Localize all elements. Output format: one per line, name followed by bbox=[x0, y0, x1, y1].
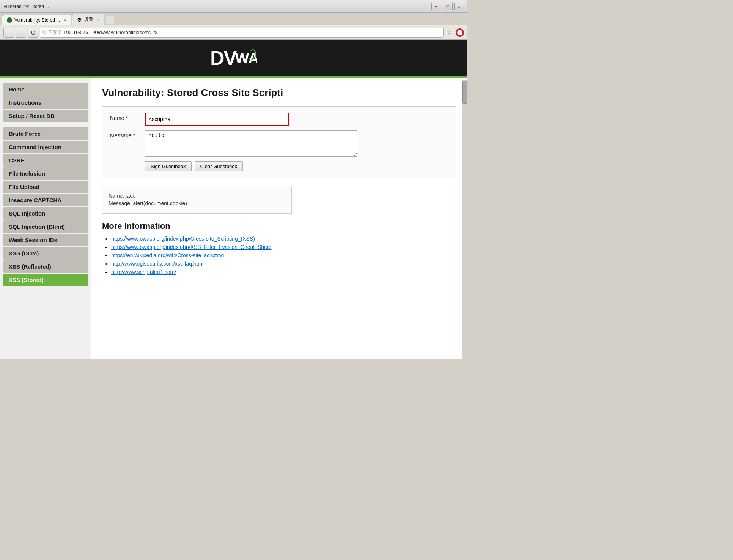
sidebar-item-xss-reflected[interactable]: XSS (Reflected) bbox=[3, 260, 88, 273]
list-item: http://www.scriptalert1.com/ bbox=[111, 269, 456, 275]
list-item: https://www.owasp.org/index.php/XSS_Filt… bbox=[111, 244, 456, 250]
refresh-button[interactable]: C bbox=[28, 28, 38, 38]
dvwa-letters: DV bbox=[210, 47, 236, 69]
form-buttons: Sign Guestbook Clear Guestbook bbox=[145, 161, 448, 171]
sign-guestbook-button[interactable]: Sign Guestbook bbox=[145, 161, 192, 171]
tab-settings[interactable]: ⚙ 设置 × bbox=[72, 14, 104, 25]
sidebar-item-instructions[interactable]: Instructions bbox=[3, 96, 88, 109]
page-title: Vulnerability: Stored Cross Site Scripti bbox=[102, 87, 456, 99]
sidebar-item-brute-force[interactable]: Brute Force bbox=[3, 127, 88, 140]
guestbook-form: Name * Message * hello Sign Guestbook Cl… bbox=[102, 106, 456, 178]
vertical-scrollbar[interactable] bbox=[462, 80, 467, 364]
dvwa-header: DV WA bbox=[0, 40, 467, 78]
extension-icon bbox=[457, 30, 462, 35]
window-title: Vulnerability: Stored ... bbox=[3, 4, 49, 9]
main-wrapper: DV WA Home Instructions Setup / Res bbox=[0, 40, 467, 364]
info-link-3[interactable]: https://en.wikipedia.org/wiki/Cross-site… bbox=[111, 252, 224, 258]
message-textarea[interactable]: hello bbox=[145, 130, 357, 157]
close-window-button[interactable]: × bbox=[454, 3, 464, 10]
sidebar-item-xss-stored[interactable]: XSS (Stored) bbox=[3, 274, 88, 286]
tab-label-2: 设置 bbox=[84, 16, 93, 23]
info-links: https://www.owasp.org/index.php/Cross-si… bbox=[102, 236, 456, 275]
title-bar: Vulnerability: Stored ... − □ × bbox=[0, 0, 467, 13]
back-button[interactable]: ← bbox=[3, 28, 14, 38]
sidebar-item-csrf[interactable]: CSRF bbox=[3, 154, 88, 167]
name-label: Name * bbox=[110, 113, 140, 121]
dvwa-swoosh: WA bbox=[234, 47, 257, 69]
sidebar-item-insecure-captcha[interactable]: Insecure CAPTCHA bbox=[3, 194, 88, 206]
maximize-button[interactable]: □ bbox=[443, 3, 453, 10]
message-row: Message * hello bbox=[110, 130, 448, 157]
tab-close-1[interactable]: × bbox=[64, 18, 66, 22]
list-item: https://www.owasp.org/index.php/Cross-si… bbox=[111, 236, 456, 242]
tab-close-2[interactable]: × bbox=[97, 17, 99, 22]
page-content: DV WA Home Instructions Setup / Res bbox=[0, 40, 467, 364]
bookmark-button[interactable]: ☆ bbox=[445, 28, 454, 37]
info-link-4[interactable]: http://www.cgisecurity.com/xss-faq.html bbox=[111, 261, 203, 267]
extension-button[interactable] bbox=[456, 28, 464, 37]
tab-vulnerability[interactable]: Vulnerability: Stored ... × bbox=[2, 15, 71, 25]
gear-icon: ⚙ bbox=[77, 17, 82, 23]
guestbook-entry: Name: jack Message: alert(document.cooki… bbox=[102, 187, 292, 214]
name-row: Name * bbox=[110, 113, 448, 126]
message-label: Message * bbox=[110, 130, 140, 138]
tab-favicon-1 bbox=[7, 17, 12, 23]
tab-label-1: Vulnerability: Stored ... bbox=[14, 17, 60, 23]
sidebar-item-weak-session-ids[interactable]: Weak Session IDs bbox=[3, 234, 88, 246]
info-link-2[interactable]: https://www.owasp.org/index.php/XSS_Filt… bbox=[111, 244, 272, 250]
name-input[interactable] bbox=[145, 113, 289, 126]
toolbar: ← → C ① 不安全 192.168.75.100/dvwa/vulnerab… bbox=[0, 25, 467, 40]
sidebar-item-sql-injection-blind[interactable]: SQL Injection (Blind) bbox=[3, 220, 88, 233]
sidebar-item-file-upload[interactable]: File Upload bbox=[3, 181, 88, 193]
dvwa-logo: DV WA bbox=[0, 47, 467, 69]
info-link-5[interactable]: http://www.scriptalert1.com/ bbox=[111, 269, 176, 275]
scrollbar-thumb[interactable] bbox=[462, 81, 467, 104]
security-indicator: ① 不安全 bbox=[42, 29, 62, 36]
sidebar-item-file-inclusion[interactable]: File Inclusion bbox=[3, 167, 88, 180]
window-controls: − □ × bbox=[431, 3, 464, 10]
tab-bar: Vulnerability: Stored ... × ⚙ 设置 × bbox=[0, 13, 467, 25]
forward-button[interactable]: → bbox=[16, 28, 26, 38]
list-item: https://en.wikipedia.org/wiki/Cross-site… bbox=[111, 252, 456, 258]
sidebar-item-sql-injection[interactable]: SQL Injection bbox=[3, 207, 88, 220]
content-area: Home Instructions Setup / Reset DB Brute… bbox=[0, 78, 467, 364]
list-item: http://www.cgisecurity.com/xss-faq.html bbox=[111, 261, 456, 267]
main-content: Vulnerability: Stored Cross Site Scripti… bbox=[91, 78, 467, 364]
horizontal-scrollbar[interactable] bbox=[0, 359, 462, 364]
sidebar-item-xss-dom[interactable]: XSS (DOM) bbox=[3, 247, 88, 260]
sidebar-item-command-injection[interactable]: Command Injection bbox=[3, 141, 88, 153]
new-tab-button[interactable] bbox=[105, 15, 115, 25]
more-info-section: More Information https://www.owasp.org/i… bbox=[102, 221, 456, 275]
entry-message: Message: alert(document.cookie) bbox=[109, 200, 285, 206]
clear-guestbook-button[interactable]: Clear Guestbook bbox=[195, 161, 243, 171]
sidebar-item-setup-reset-db[interactable]: Setup / Reset DB bbox=[3, 110, 88, 122]
entry-name: Name: jack bbox=[109, 193, 285, 199]
more-info-title: More Information bbox=[102, 221, 456, 231]
info-link-1[interactable]: https://www.owasp.org/index.php/Cross-si… bbox=[111, 236, 255, 242]
sidebar: Home Instructions Setup / Reset DB Brute… bbox=[0, 78, 91, 364]
url-display: 192.168.75.100/dvwa/vulnerabilities/xss_… bbox=[63, 30, 441, 35]
sidebar-item-home[interactable]: Home bbox=[3, 83, 88, 96]
address-bar[interactable]: ① 不安全 192.168.75.100/dvwa/vulnerabilitie… bbox=[40, 28, 444, 38]
minimize-button[interactable]: − bbox=[431, 3, 441, 10]
